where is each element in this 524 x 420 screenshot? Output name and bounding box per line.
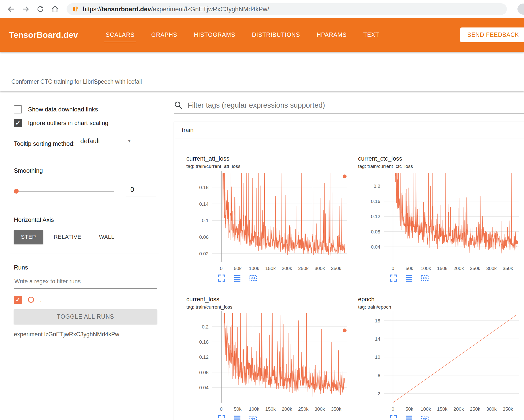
run-row[interactable]: ✓ . <box>14 296 166 304</box>
axis-button-relative[interactable]: RELATIVE <box>47 230 89 244</box>
tooltip-sorting-select[interactable]: default ▼ <box>80 137 133 147</box>
svg-text:300k: 300k <box>314 406 325 412</box>
svg-text:0.14: 0.14 <box>199 201 209 207</box>
svg-text:350k: 350k <box>331 266 341 271</box>
tab-histograms[interactable]: HISTOGRAMS <box>193 24 236 46</box>
app-header: TensorBoard.dev SCALARSGRAPHSHISTOGRAMSD… <box>0 18 524 52</box>
slider-track <box>19 191 114 192</box>
chevron-down-icon: ▼ <box>128 139 131 143</box>
log-scale-icon <box>405 415 413 420</box>
svg-text:350k: 350k <box>331 406 341 412</box>
svg-text:6: 6 <box>377 373 380 378</box>
svg-text:200k: 200k <box>282 266 292 271</box>
browser-avatar[interactable] <box>517 4 524 15</box>
svg-text:350k: 350k <box>503 266 513 271</box>
runs-label: Runs <box>14 264 166 271</box>
chart-toolbar <box>218 274 350 282</box>
svg-text:0.16: 0.16 <box>199 339 209 345</box>
search-icon <box>174 101 183 109</box>
tab-text[interactable]: TEXT <box>362 24 380 46</box>
svg-text:200k: 200k <box>282 406 292 412</box>
fullscreen-icon <box>389 415 397 420</box>
charts-grid: current_att_losstag: train/current_att_l… <box>174 138 524 420</box>
svg-text:2: 2 <box>377 391 380 396</box>
line-chart[interactable]: 0.040.080.120.160.2050k100k150k200k250k3… <box>352 169 522 273</box>
tab-scalars[interactable]: SCALARS <box>105 24 135 46</box>
fullscreen-button[interactable] <box>389 274 397 282</box>
svg-text:0.16: 0.16 <box>371 199 380 204</box>
fit-domain-button[interactable] <box>421 274 429 282</box>
svg-text:100k: 100k <box>249 406 259 412</box>
ignore-outliers-checkbox[interactable]: ✓ <box>14 119 22 127</box>
card-title[interactable]: train <box>174 122 524 138</box>
axis-button-step[interactable]: STEP <box>14 230 43 244</box>
line-chart[interactable]: 0.040.080.120.160.2050k100k150k200k250k3… <box>180 310 350 414</box>
log-scale-icon <box>405 274 413 282</box>
show-download-checkbox[interactable]: ✓ <box>14 105 22 113</box>
tooltip-sorting-value: default <box>80 137 100 145</box>
fit-domain-button[interactable] <box>249 415 257 420</box>
forward-icon <box>21 5 30 13</box>
chart-tag: tag: train/epoch <box>358 304 522 310</box>
svg-text:200k: 200k <box>453 266 464 271</box>
svg-text:300k: 300k <box>486 406 497 412</box>
tensorboard-favicon <box>72 6 79 13</box>
tab-hparams[interactable]: HPARAMS <box>316 24 348 46</box>
svg-text:300k: 300k <box>486 266 497 271</box>
send-feedback-button[interactable]: SEND FEEDBACK <box>460 27 524 42</box>
fit-domain-icon <box>421 274 429 282</box>
svg-text:100k: 100k <box>421 266 431 271</box>
svg-text:0: 0 <box>392 406 394 412</box>
smoothing-value-input[interactable]: 0 <box>126 186 156 196</box>
svg-text:0.04: 0.04 <box>199 385 209 390</box>
svg-text:50k: 50k <box>234 406 242 412</box>
chart-title: current_ctc_loss <box>358 155 522 162</box>
svg-text:250k: 250k <box>298 406 309 412</box>
home-button[interactable] <box>49 4 61 15</box>
run-checkbox[interactable]: ✓ <box>14 296 22 304</box>
runs-filter-input[interactable] <box>14 278 157 289</box>
svg-text:0.12: 0.12 <box>199 354 209 360</box>
svg-text:0: 0 <box>220 406 223 412</box>
tab-graphs[interactable]: GRAPHS <box>150 24 178 46</box>
back-icon <box>7 5 15 13</box>
line-chart[interactable]: 0.020.060.10.140.18050k100k150k200k250k3… <box>180 169 350 273</box>
divider <box>10 206 159 206</box>
browser-chrome: https://tensorboard.dev/experiment/lzGnE… <box>0 0 524 18</box>
fullscreen-button[interactable] <box>389 415 397 420</box>
slider-thumb[interactable] <box>14 189 19 194</box>
show-download-label: Show data download links <box>28 106 98 113</box>
chart-title: current_loss <box>186 296 350 303</box>
chart-tag: tag: train/current_ctc_loss <box>358 164 522 169</box>
axis-button-wall[interactable]: WALL <box>92 230 122 244</box>
svg-text:0.2: 0.2 <box>374 184 380 189</box>
chart-toolbar <box>389 274 522 282</box>
toggle-all-runs-button[interactable]: TOGGLE ALL RUNS <box>14 309 157 324</box>
smoothing-slider[interactable] <box>14 189 114 194</box>
fullscreen-button[interactable] <box>218 274 226 282</box>
line-chart[interactable]: 26101418050k100k150k200k250k300k350k <box>352 310 522 414</box>
tag-filter-input[interactable] <box>188 101 524 109</box>
svg-text:150k: 150k <box>265 406 276 412</box>
log-scale-button[interactable] <box>233 415 241 420</box>
chart-title: epoch <box>358 296 522 303</box>
svg-text:0.08: 0.08 <box>371 229 380 234</box>
show-download-row[interactable]: ✓ Show data download links <box>14 105 166 113</box>
forward-button[interactable] <box>20 4 31 15</box>
fit-domain-button[interactable] <box>421 415 429 420</box>
tab-distributions[interactable]: DISTRIBUTIONS <box>251 24 301 46</box>
tooltip-sorting-row: Tooltip sorting method: default ▼ <box>14 137 166 147</box>
svg-text:0: 0 <box>220 266 223 271</box>
ignore-outliers-row[interactable]: ✓ Ignore outliers in chart scaling <box>14 119 166 127</box>
log-scale-button[interactable] <box>233 274 241 282</box>
svg-text:250k: 250k <box>470 266 480 271</box>
log-scale-button[interactable] <box>405 415 413 420</box>
fit-domain-button[interactable] <box>249 274 257 282</box>
horizontal-axis-label: Horizontal Axis <box>14 216 166 223</box>
reload-button[interactable] <box>35 4 46 15</box>
address-bar[interactable]: https://tensorboard.dev/experiment/lzGnE… <box>67 3 507 15</box>
back-button[interactable] <box>6 4 17 15</box>
log-scale-button[interactable] <box>405 274 413 282</box>
fullscreen-button[interactable] <box>218 415 226 420</box>
experiment-title: Conformer CTC training for LibriSpeech w… <box>11 78 142 85</box>
